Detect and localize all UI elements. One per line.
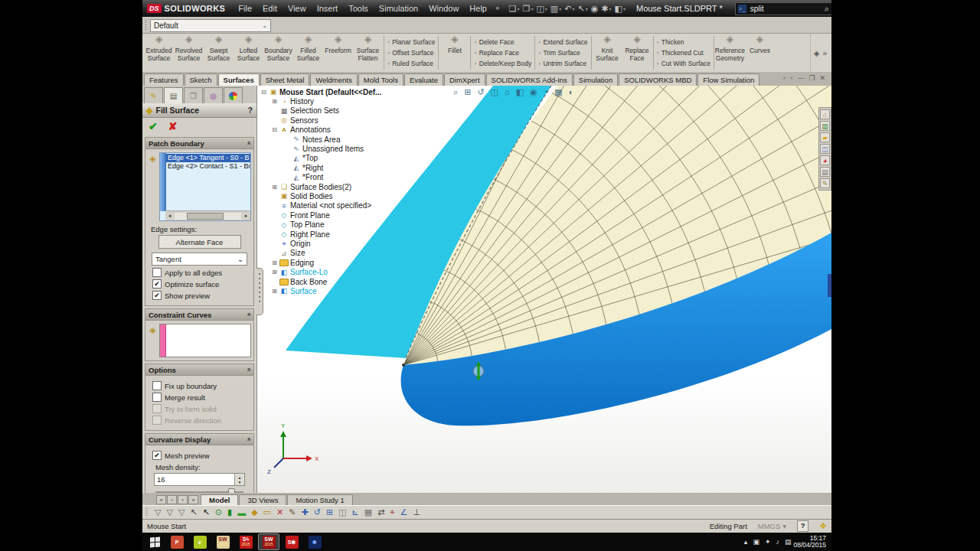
mesh-density-spinner[interactable]: 16 ▲▼ bbox=[154, 473, 245, 486]
ok-button[interactable]: ✔ bbox=[149, 120, 158, 132]
units-selector[interactable]: MMGS ▾ bbox=[758, 522, 786, 530]
ribbon-boundary-surface[interactable]: ◈BoundarySurface bbox=[263, 34, 293, 71]
displaymanager-tab[interactable] bbox=[224, 87, 243, 103]
tab-evaluate[interactable]: Evaluate bbox=[404, 73, 443, 86]
ribbon-cut-with-surface[interactable]: ▫Cut With Surface bbox=[657, 59, 710, 69]
mesh-density-slider[interactable] bbox=[155, 487, 243, 493]
view-orientation-icon[interactable]: ⌂ bbox=[505, 87, 510, 97]
ribbon-knit-surface[interactable]: ◈KnitSurface bbox=[593, 34, 622, 71]
ribbon-extruded-surface[interactable]: ◈ExtrudedSurface bbox=[144, 34, 174, 71]
previous-view-icon[interactable]: ↺ bbox=[477, 87, 484, 97]
scroll-left-icon[interactable]: ◂ bbox=[165, 213, 174, 219]
tree-item-material-not-specified[interactable]: ≡Material <not specified> bbox=[260, 201, 381, 210]
taskpane-forum-icon[interactable]: ✎ bbox=[820, 178, 830, 188]
tool-icon-9[interactable]: ▭ bbox=[263, 507, 271, 517]
tree-item-size[interactable]: ⊿Size bbox=[260, 249, 381, 258]
menu-simulation[interactable]: Simulation bbox=[374, 4, 423, 13]
tool-icon-6[interactable]: ▮ bbox=[227, 507, 232, 517]
tree-item-top[interactable]: ◭*Top bbox=[260, 154, 381, 163]
tab-weldments[interactable]: Weldments bbox=[310, 73, 357, 86]
tab-nav-icon-3[interactable]: » bbox=[188, 495, 198, 504]
search-input[interactable] bbox=[749, 4, 822, 14]
tree-item-origin[interactable]: ⌖Origin bbox=[260, 239, 381, 248]
taskpane-view-palette-icon[interactable]: ◫ bbox=[820, 144, 830, 154]
scrollbar-thumb[interactable] bbox=[187, 213, 224, 220]
tool-icon-2[interactable]: ▽ bbox=[178, 507, 185, 517]
taskbar-powerpoint[interactable]: P bbox=[166, 533, 188, 550]
ribbon-thickened-cut[interactable]: ▫Thickened Cut bbox=[657, 48, 710, 58]
tool-icon-16[interactable]: ⊾ bbox=[352, 507, 359, 517]
checkbox-reverse-direction[interactable]: Reverse direction bbox=[152, 416, 247, 425]
apply-scene-icon[interactable]: ▦ bbox=[554, 87, 562, 97]
alternate-face-button[interactable]: Alternate Face bbox=[158, 235, 241, 249]
tab-surfaces[interactable]: Surfaces bbox=[218, 73, 260, 86]
save-icon[interactable]: ◫▾ bbox=[536, 4, 547, 14]
configurationmanager-tab[interactable]: ❒ bbox=[184, 87, 203, 103]
tree-item-surface-bodies-2[interactable]: ⊞❏Surface Bodies(2) bbox=[260, 182, 381, 191]
new-document-icon[interactable]: ❏▾ bbox=[509, 4, 520, 14]
tool-icon-20[interactable]: ∠ bbox=[400, 507, 408, 517]
tab-nav-icon-2[interactable]: › bbox=[178, 495, 188, 504]
taskpane-home-icon[interactable]: ⌂ bbox=[820, 109, 830, 119]
tray-hidden-icons[interactable]: ▴ bbox=[744, 538, 748, 546]
taskbar-composer-player[interactable]: ✱ bbox=[304, 533, 325, 550]
expand-icon[interactable]: ⊞ bbox=[271, 98, 278, 105]
expand-icon[interactable]: ⊞ bbox=[271, 259, 278, 266]
tool-icon-8[interactable]: ◆ bbox=[251, 507, 257, 517]
curvature-control-dropdown[interactable]: Tangent ⌄ bbox=[152, 253, 247, 266]
tree-item-selection-sets[interactable]: ▦Selection Sets bbox=[260, 106, 381, 116]
search-icon[interactable]: ⌕ bbox=[825, 4, 829, 14]
tool-icon-1[interactable]: ▽ bbox=[166, 507, 172, 517]
toolbar-grip[interactable] bbox=[145, 20, 147, 31]
tree-item-mouse-start-default-def[interactable]: ⊟▣Mouse Start (Default<<Def... bbox=[260, 87, 381, 96]
menu-view[interactable]: View bbox=[283, 4, 312, 13]
taskbar-sw-inspection[interactable]: S✱ bbox=[281, 533, 302, 550]
boundary-selection-list[interactable]: Edge <1> Tangent - S0 - BEdge <2> Contac… bbox=[159, 152, 251, 221]
tab-3d-views[interactable]: 3D Views bbox=[239, 494, 286, 505]
tab-flow-simulation[interactable]: Flow Simulation bbox=[697, 73, 760, 86]
view-settings-icon[interactable]: ◐ bbox=[569, 87, 574, 97]
tree-item-unassigned-items[interactable]: ✎Unassigned Items bbox=[260, 144, 381, 153]
ribbon-overflow[interactable]: ◈» bbox=[810, 34, 830, 71]
ribbon-revolved-surface[interactable]: ◈RevolvedSurface bbox=[174, 34, 204, 71]
menu-file[interactable]: File bbox=[233, 4, 257, 13]
select-icon[interactable]: ↖▾ bbox=[577, 4, 587, 14]
tree-item-top-plane[interactable]: ◇Top Plane bbox=[260, 220, 381, 229]
tool-icon-3[interactable]: ↖ bbox=[190, 507, 197, 517]
tab-sketch[interactable]: Sketch bbox=[185, 73, 217, 86]
ribbon-replace-face[interactable]: ▫Replace Face bbox=[474, 48, 531, 58]
ribbon-delete-face[interactable]: ▫Delete Face bbox=[474, 37, 531, 47]
tree-item-surface-lo[interactable]: ⊞◧Surface-Lo bbox=[260, 267, 381, 276]
taskpane-appearances-icon[interactable]: ◕ bbox=[820, 155, 830, 165]
tree-item-right[interactable]: ◭*Right bbox=[260, 163, 381, 172]
doc-window2-icon[interactable]: ▫ bbox=[790, 74, 792, 82]
ribbon-offset-surface[interactable]: ▫Offset Surface bbox=[387, 48, 435, 58]
hide-show-icon[interactable]: ◉ bbox=[530, 87, 537, 97]
tool-icon-0[interactable]: ▽ bbox=[155, 507, 161, 517]
horizontal-scrollbar[interactable]: ◂ ▸ bbox=[165, 210, 250, 220]
tool-icon-13[interactable]: ↺ bbox=[314, 507, 321, 517]
ribbon-lofted-surface[interactable]: ◈LoftedSurface bbox=[234, 34, 263, 71]
tab-solidworks-mbd[interactable]: SOLIDWORKS MBD bbox=[619, 73, 697, 86]
options-icon[interactable]: ✱▾ bbox=[601, 4, 611, 14]
tool-icon-7[interactable]: ▬ bbox=[237, 508, 246, 517]
options-header[interactable]: Options » bbox=[145, 364, 253, 376]
tree-item-edging[interactable]: ⊞Edging bbox=[260, 258, 381, 267]
taskpane-design-library-icon[interactable]: ▥ bbox=[820, 121, 830, 131]
tree-item-front[interactable]: ◭*Front bbox=[260, 173, 381, 182]
ribbon-reference-geometry[interactable]: ◈ReferenceGeometry bbox=[715, 34, 745, 71]
display-style-icon[interactable]: ◧ bbox=[516, 87, 524, 97]
tree-item-solid-bodies[interactable]: ▣Solid Bodies bbox=[260, 191, 381, 201]
tree-item-sensors[interactable]: ◎Sensors bbox=[260, 116, 381, 125]
taskbar-sw-electrical[interactable]: Sϟ2015 bbox=[235, 533, 256, 550]
status-help-button[interactable]: ? bbox=[797, 520, 808, 532]
tray-display-icon[interactable]: ▣ bbox=[753, 538, 760, 546]
pin-menu-icon[interactable]: ⌖ bbox=[495, 4, 500, 13]
taskbar-sw-composer[interactable]: SW2015 bbox=[212, 533, 234, 550]
taskbar-clock[interactable]: 15:17 08/04/2015 bbox=[791, 535, 830, 549]
graphics-viewport[interactable]: YXZ ⊟▣Mouse Start (Default<<Def...⊞◔Hist… bbox=[257, 86, 831, 493]
expand-icon[interactable]: ⊞ bbox=[271, 184, 278, 191]
quick-tips-icon[interactable]: ❖ bbox=[819, 521, 827, 531]
tool-icon-19[interactable]: ⌖ bbox=[390, 507, 394, 517]
patch-edge-item[interactable]: Edge <1> Tangent - S0 - B bbox=[166, 154, 250, 162]
